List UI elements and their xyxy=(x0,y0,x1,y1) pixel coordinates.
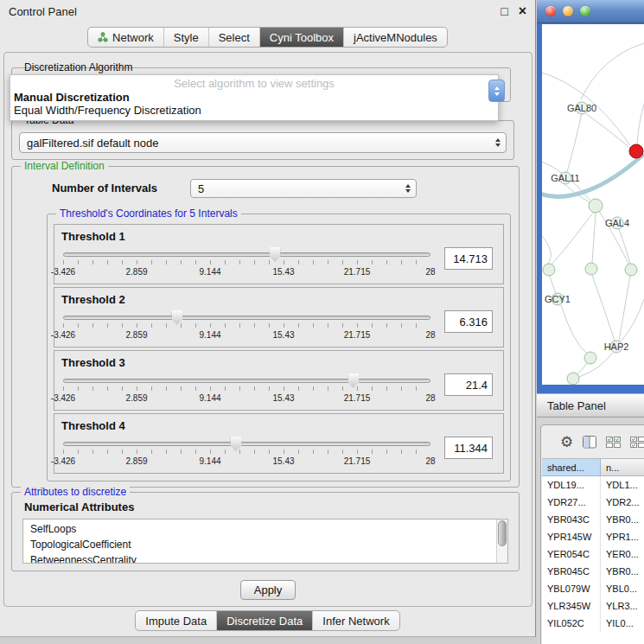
minimize-traffic-light[interactable] xyxy=(563,6,573,16)
threshold-value-input[interactable] xyxy=(444,247,493,270)
slider-scale: -3.4262.8599.14415.4321.71528 xyxy=(63,330,430,341)
tab-network[interactable]: Network xyxy=(88,28,163,47)
tab-label: Impute Data xyxy=(145,615,207,628)
network-edge[interactable] xyxy=(550,276,556,293)
table-panel-toolbar: ⚙ xyxy=(541,425,644,458)
column-header-name[interactable]: n... xyxy=(601,459,644,476)
network-edge[interactable] xyxy=(561,305,587,354)
apply-button[interactable]: Apply xyxy=(240,580,296,600)
network-edge[interactable] xyxy=(567,113,582,172)
combo-stepper-icon xyxy=(495,133,501,152)
network-edge[interactable] xyxy=(581,43,644,99)
scale-tick-label: 21.715 xyxy=(344,456,371,466)
toggle-checkboxes-icon[interactable] xyxy=(630,437,644,448)
threshold-slider[interactable]: -3.4262.8599.14415.4321.71528 xyxy=(63,372,430,408)
tab-jactivemnodules[interactable]: jActiveMNodules xyxy=(343,28,447,47)
slider-row: -3.4262.8599.14415.4321.71528 xyxy=(61,372,496,408)
float-window-icon[interactable]: □ xyxy=(501,5,507,17)
network-edge[interactable] xyxy=(552,213,593,265)
network-edge[interactable] xyxy=(577,363,587,374)
table-row[interactable]: YBR045CYBR0... xyxy=(542,563,644,580)
network-node-label: HAP2 xyxy=(604,341,629,352)
threshold-label: Threshold 1 xyxy=(61,230,496,243)
scale-tick-label: 21.715 xyxy=(344,393,371,403)
network-node[interactable] xyxy=(589,199,603,213)
gear-icon[interactable]: ⚙ xyxy=(560,435,573,450)
table-data-combo[interactable]: galFiltered.sif default node xyxy=(19,132,507,153)
columns-icon[interactable] xyxy=(583,436,596,449)
network-node-label: GAL4 xyxy=(605,218,629,228)
network-node[interactable] xyxy=(585,263,597,275)
table-row[interactable]: YIL052CYIL0... xyxy=(542,615,644,632)
tab-label: Cyni Toolbox xyxy=(270,31,334,44)
scale-tick-label: 15.43 xyxy=(272,330,294,340)
network-edge[interactable] xyxy=(592,213,596,263)
network-node[interactable] xyxy=(567,373,579,385)
table-row[interactable]: YER054CYER0... xyxy=(542,545,644,563)
close-traffic-light[interactable] xyxy=(545,6,556,16)
threshold-value-input[interactable] xyxy=(444,437,493,459)
table-panel: ⚙ xyxy=(540,424,644,644)
network-edge[interactable] xyxy=(619,229,630,264)
table-row[interactable]: YBR043CYBR0... xyxy=(542,511,644,528)
network-edge[interactable] xyxy=(637,104,644,144)
algorithm-option[interactable]: Manual Discretization xyxy=(10,91,498,104)
bottom-tab-infer-network[interactable]: Infer Network xyxy=(312,611,399,630)
cell-name: YDR2... xyxy=(601,494,644,511)
threshold-slider[interactable]: -3.4262.8599.14415.4321.71528 xyxy=(63,245,430,282)
threshold-slider[interactable]: -3.4262.8599.14415.4321.71528 xyxy=(63,309,430,345)
network-canvas-svg[interactable]: GAL80GAL11GAL4GCY1HAP2 xyxy=(542,24,644,385)
attribute-list-item[interactable]: SelfLoops xyxy=(23,521,507,537)
scrollbar-thumb[interactable] xyxy=(498,520,507,546)
slider-scale: -3.4262.8599.14415.4321.71528 xyxy=(63,393,430,405)
select-all-checkboxes-icon[interactable] xyxy=(606,437,621,448)
network-edge[interactable] xyxy=(584,112,630,148)
table-row[interactable]: YDL19...YDL1... xyxy=(542,476,644,494)
algorithm-combo-stepper[interactable] xyxy=(488,80,505,102)
network-canvas[interactable]: GAL80GAL11GAL4GCY1HAP2 xyxy=(542,24,644,385)
bottom-tab-discretize-data[interactable]: Discretize Data xyxy=(216,611,312,630)
table-row[interactable]: YDR27...YDR2... xyxy=(542,494,644,511)
network-edge[interactable] xyxy=(592,275,615,341)
column-header-shared-name[interactable]: shared... xyxy=(542,459,601,476)
list-scrollbar[interactable] xyxy=(496,520,507,563)
numerical-attributes-label: Numerical Attributes xyxy=(24,501,134,513)
network-node[interactable] xyxy=(543,264,555,276)
threshold-value-input[interactable] xyxy=(444,373,493,396)
desktop: Control Panel □ × NetworkStyleSelectCyni… xyxy=(0,0,644,644)
close-window-icon[interactable]: × xyxy=(519,5,526,17)
algorithm-option[interactable]: Equal Width/Frequency Discretization xyxy=(10,104,498,117)
scale-tick-label: 15.43 xyxy=(272,393,294,403)
threshold-value-input[interactable] xyxy=(444,310,493,333)
slider-track xyxy=(63,379,430,383)
network-node[interactable] xyxy=(625,264,637,276)
cell-name: YBR0... xyxy=(601,511,644,528)
table-row[interactable]: YLR345WYLR3... xyxy=(542,597,644,615)
tab-style[interactable]: Style xyxy=(163,28,208,47)
cell-shared-name: YER054C xyxy=(542,545,601,563)
bottom-tab-impute-data[interactable]: Impute Data xyxy=(136,611,216,630)
network-edge[interactable] xyxy=(542,233,551,265)
algorithm-placeholder-option[interactable]: Select algorithm to view settings xyxy=(10,77,498,91)
network-edge[interactable] xyxy=(621,299,644,341)
threshold-label: Threshold 2 xyxy=(61,293,496,306)
network-node[interactable] xyxy=(629,144,643,158)
tab-cyni-toolbox[interactable]: Cyni Toolbox xyxy=(259,28,343,47)
thresholds-group: Threshold's Coordinates for 5 Intervals … xyxy=(47,214,511,481)
network-node[interactable] xyxy=(584,352,596,364)
attribute-list-item[interactable]: BetweennessCentrality xyxy=(23,552,507,564)
network-window: GAL80GAL11GAL4GCY1HAP2 Table Panel ⚙ xyxy=(537,0,644,644)
number-of-intervals-combo[interactable]: 5 xyxy=(190,179,417,198)
scale-tick-label: 28 xyxy=(425,456,435,466)
network-icon xyxy=(98,32,108,42)
table-row[interactable]: YBL079WYBL0... xyxy=(542,580,644,597)
threshold-slider[interactable]: -3.4262.8599.14415.4321.71528 xyxy=(63,435,430,471)
tab-select[interactable]: Select xyxy=(208,28,259,47)
attribute-list-item[interactable]: TopologicalCoefficient xyxy=(23,537,507,552)
stepper-up-icon xyxy=(494,86,500,90)
table-row[interactable]: YPR145WYPR1... xyxy=(542,528,644,545)
scale-tick-label: -3.426 xyxy=(51,330,75,340)
stepper-down-icon xyxy=(494,92,500,96)
zoom-traffic-light[interactable] xyxy=(580,6,590,16)
threshold-label: Threshold 4 xyxy=(61,419,496,432)
